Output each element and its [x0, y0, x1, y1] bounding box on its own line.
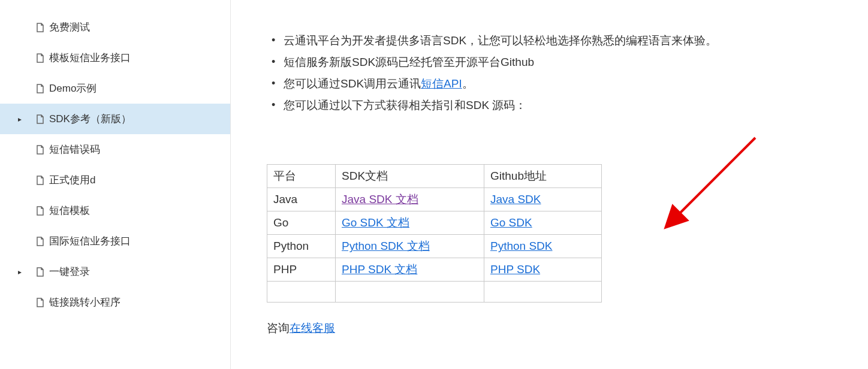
bullet-item: 您可以通过SDK调用云通讯短信API。: [267, 73, 856, 95]
sidebar-item-label: 一键登录: [49, 265, 90, 279]
sidebar-item-label: 免费测试: [49, 20, 90, 34]
go-sdk-github-link[interactable]: Go SDK: [490, 216, 532, 229]
bullet-text: 云通讯平台为开发者提供多语言SDK，让您可以轻松地选择你熟悉的编程语言来体验。: [284, 34, 717, 47]
sidebar-item-sms-error[interactable]: 短信错误码: [0, 134, 230, 165]
php-sdk-doc-link[interactable]: PHP SDK 文档: [342, 263, 417, 276]
table-row: Go Go SDK 文档 Go SDK: [267, 211, 602, 235]
document-icon: [36, 145, 44, 155]
python-sdk-github-link[interactable]: Python SDK: [490, 240, 553, 252]
bullet-text: 您可以通过SDK调用云通讯: [284, 77, 421, 90]
php-sdk-github-link[interactable]: PHP SDK: [490, 263, 540, 276]
arrow-annotation-icon: [659, 126, 767, 236]
cell-platform: Go: [267, 211, 336, 235]
bullet-item: 云通讯平台为开发者提供多语言SDK，让您可以轻松地选择你熟悉的编程语言来体验。: [267, 30, 856, 52]
document-icon: [36, 267, 44, 277]
table-row: PHP PHP SDK 文档 PHP SDK: [267, 258, 602, 282]
sidebar-item-one-click-login[interactable]: ▸ 一键登录: [0, 256, 230, 287]
header-github: Github地址: [484, 165, 602, 188]
sidebar-item-label: SDK参考（新版）: [49, 112, 131, 126]
sidebar-item-label: 国际短信业务接口: [49, 234, 131, 248]
table-row: Python Python SDK 文档 Python SDK: [267, 235, 602, 258]
bullet-text: 您可以通过以下方式获得相关指引和SDK 源码：: [284, 99, 526, 111]
bullet-text: 短信服务新版SDK源码已经托管至开源平台Github: [284, 56, 534, 68]
python-sdk-doc-link[interactable]: Python SDK 文档: [342, 240, 430, 252]
sidebar-item-link-miniprogram[interactable]: 链接跳转小程序: [0, 287, 230, 317]
table-row-empty: [267, 282, 602, 303]
sidebar-item-sms-template[interactable]: 短信模板: [0, 195, 230, 226]
caret-right-icon: ▸: [18, 268, 22, 276]
go-sdk-doc-link[interactable]: Go SDK 文档: [342, 216, 409, 229]
sidebar: 免费测试 模板短信业务接口 Demo示例 ▸ SDK参考（新版） 短信错误码: [0, 0, 231, 369]
cell-platform: Python: [267, 235, 336, 258]
document-icon: [36, 298, 44, 307]
cell-empty: [484, 282, 602, 303]
bullet-item: 您可以通过以下方式获得相关指引和SDK 源码：: [267, 95, 856, 116]
sidebar-item-template-sms[interactable]: 模板短信业务接口: [0, 43, 230, 73]
footer-prefix: 咨询: [267, 322, 290, 334]
bullet-item: 短信服务新版SDK源码已经托管至开源平台Github: [267, 52, 856, 73]
document-icon: [36, 53, 44, 63]
sidebar-item-label: 短信模板: [49, 204, 90, 217]
intro-bullet-list: 云通讯平台为开发者提供多语言SDK，让您可以轻松地选择你熟悉的编程语言来体验。 …: [267, 30, 856, 116]
cell-platform: PHP: [267, 258, 336, 282]
document-icon: [36, 176, 44, 185]
caret-right-icon: ▸: [18, 115, 22, 123]
sdk-table: 平台 SDK文档 Github地址 Java Java SDK 文档 Java …: [267, 164, 602, 303]
sidebar-item-label: 模板短信业务接口: [49, 51, 131, 65]
sidebar-item-free-test[interactable]: 免费测试: [0, 12, 230, 43]
online-service-link[interactable]: 在线客服: [290, 322, 335, 334]
document-icon: [36, 84, 44, 93]
table-header-row: 平台 SDK文档 Github地址: [267, 165, 602, 188]
bullet-text: 。: [462, 77, 474, 90]
sidebar-item-label: 正式使用d: [49, 173, 95, 187]
header-doc: SDK文档: [336, 165, 484, 188]
sidebar-item-label: 短信错误码: [49, 143, 100, 156]
sidebar-item-official-use[interactable]: 正式使用d: [0, 165, 230, 195]
sidebar-item-label: Demo示例: [49, 81, 97, 95]
sidebar-item-label: 链接跳转小程序: [49, 295, 120, 309]
document-icon: [36, 114, 44, 124]
cell-empty: [336, 282, 484, 303]
sms-api-link[interactable]: 短信API: [421, 77, 462, 90]
document-icon: [36, 237, 44, 246]
java-sdk-github-link[interactable]: Java SDK: [490, 193, 541, 205]
main-content: 云通讯平台为开发者提供多语言SDK，让您可以轻松地选择你熟悉的编程语言来体验。 …: [231, 0, 868, 369]
svg-line-1: [677, 138, 755, 216]
sidebar-item-sdk-reference[interactable]: ▸ SDK参考（新版）: [0, 104, 230, 134]
footer-text: 咨询在线客服: [267, 320, 856, 336]
sidebar-item-demo[interactable]: Demo示例: [0, 73, 230, 104]
table-row: Java Java SDK 文档 Java SDK: [267, 188, 602, 211]
header-platform: 平台: [267, 165, 336, 188]
cell-platform: Java: [267, 188, 336, 211]
sidebar-item-intl-sms[interactable]: 国际短信业务接口: [0, 226, 230, 256]
document-icon: [36, 23, 44, 32]
cell-empty: [267, 282, 336, 303]
document-icon: [36, 206, 44, 216]
java-sdk-doc-link[interactable]: Java SDK 文档: [342, 193, 418, 205]
